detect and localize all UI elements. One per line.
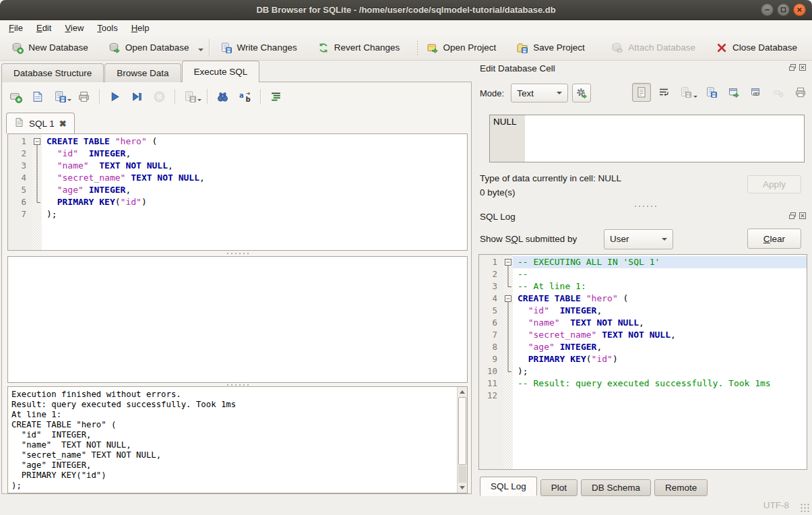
find-button[interactable]	[214, 88, 230, 104]
print-cell-button[interactable]	[791, 83, 810, 102]
code-line: 2--	[479, 268, 807, 280]
code-text: CREATE TABLE "hero" (	[42, 135, 467, 148]
find-replace-button[interactable]: ab	[237, 88, 253, 104]
menu-edit[interactable]: Edit	[30, 22, 58, 34]
code-line: 4CREATE TABLE "hero" (	[479, 293, 807, 305]
tab-database-structure[interactable]: Database Structure	[1, 63, 104, 82]
maximize-button[interactable]	[777, 3, 790, 16]
code-line: 6 PRIMARY KEY("id")	[8, 196, 467, 208]
code-line: 1-- EXECUTING ALL IN 'SQL 1'	[479, 256, 807, 268]
code-text: "age" INTEGER,	[42, 184, 467, 196]
text-mode-icon	[635, 86, 648, 98]
open-sql-file-button[interactable]	[30, 88, 46, 104]
close-tab-icon[interactable]: ✖	[59, 119, 67, 128]
close-button[interactable]	[793, 3, 806, 16]
line-number: 5	[479, 305, 503, 317]
line-number: 4	[479, 293, 503, 305]
fold-marker-icon[interactable]	[503, 256, 513, 268]
save-sql-file-button[interactable]	[52, 88, 68, 104]
code-line: 1CREATE TABLE "hero" (	[8, 135, 467, 148]
toolbar-separator	[99, 89, 100, 104]
export-cell-button[interactable]	[702, 83, 721, 102]
print-icon	[77, 90, 90, 103]
edit-cell-dock-header: Edit Database Cell	[480, 62, 807, 74]
minimize-button[interactable]	[761, 3, 774, 16]
fold-marker-icon[interactable]	[503, 293, 513, 305]
close-dock-icon[interactable]	[799, 63, 807, 73]
save-sql-file-icon	[54, 90, 67, 103]
main-tab-bar: Database StructureBrowse DataExecute SQL	[1, 61, 260, 82]
dock-tab-plot[interactable]: Plot	[540, 479, 577, 496]
open-external-button[interactable]	[724, 83, 743, 102]
word-wrap-button[interactable]	[654, 83, 673, 102]
menu-help[interactable]: Help	[125, 22, 156, 34]
statusbar: UTF-8	[0, 495, 812, 515]
execute-all-button[interactable]	[106, 88, 123, 104]
save-results-icon	[184, 90, 197, 103]
sql-editor[interactable]: 1CREATE TABLE "hero" (2 "id" INTEGER,3 "…	[7, 133, 468, 251]
close-database-button[interactable]: Close Database	[710, 39, 803, 57]
cell-editor[interactable]: NULL	[489, 115, 805, 162]
dropdown-caret-icon[interactable]	[198, 49, 204, 54]
scroll-up-icon[interactable]	[458, 388, 466, 396]
app-window: { "window": { "title": "DB Browser for S…	[0, 0, 812, 515]
code-line: 7 "secret_name" TEXT NOT NULL,	[479, 329, 807, 341]
tab-browse-data[interactable]: Browse Data	[104, 63, 181, 82]
save-project-button[interactable]: Save Project	[511, 39, 590, 57]
copy-link-button[interactable]	[747, 83, 766, 102]
sql-editor-tab[interactable]: SQL 1 ✖	[6, 113, 75, 133]
float-dock-icon[interactable]	[788, 63, 797, 73]
execute-line-button[interactable]	[129, 88, 145, 104]
results-scrollbar[interactable]	[457, 387, 467, 493]
toolbar-drag-handle	[2, 40, 3, 56]
write-changes-button[interactable]: Write Changes	[215, 39, 303, 57]
sql-log-title: SQL Log	[480, 212, 516, 222]
format-sql-button[interactable]	[268, 88, 284, 104]
save-project-icon	[516, 42, 528, 54]
new-database-button[interactable]: New Database	[6, 39, 94, 57]
close-dock-icon[interactable]	[799, 212, 807, 222]
code-text: -- Result: query executed successfully. …	[513, 377, 807, 390]
print-button[interactable]	[75, 88, 92, 104]
clear-button[interactable]: Clear	[747, 229, 801, 249]
scroll-down-icon[interactable]	[458, 483, 466, 492]
splitter-handle[interactable]	[226, 252, 249, 255]
menu-view[interactable]: View	[58, 22, 90, 34]
find-icon	[216, 90, 229, 103]
sql-log-editor[interactable]: 1-- EXECUTING ALL IN 'SQL 1'2--3-- At li…	[478, 254, 807, 470]
dock-tab-remote[interactable]: Remote	[654, 479, 708, 496]
revert-changes-button[interactable]: Revert Changes	[312, 39, 406, 57]
menu-file[interactable]: File	[2, 22, 30, 34]
submitter-select[interactable]: User	[604, 229, 673, 249]
window-title: DB Browser for SQLite - /home/user/code/…	[256, 5, 555, 15]
scrollbar-thumb[interactable]	[458, 397, 466, 465]
dock-splitter-handle[interactable]	[633, 205, 656, 208]
code-text: --	[513, 268, 807, 280]
sql-file-icon	[14, 117, 24, 129]
dropdown-caret-icon[interactable]	[67, 99, 71, 103]
open-database-button[interactable]: Open Database	[103, 39, 195, 57]
code-line: 5 "id" INTEGER,	[479, 305, 807, 317]
fold-margin	[32, 148, 42, 160]
dock-tab-db-schema[interactable]: DB Schema	[581, 479, 651, 496]
resize-grip[interactable]	[801, 504, 810, 513]
new-tab-button[interactable]	[7, 88, 24, 104]
new-database-icon	[11, 42, 24, 54]
mode-select[interactable]: Text	[511, 84, 568, 102]
code-line: 3-- At line 1:	[479, 280, 807, 293]
open-project-button[interactable]: Open Project	[421, 39, 502, 57]
tab-execute-sql[interactable]: Execute SQL	[182, 61, 260, 82]
line-number: 10	[479, 365, 503, 377]
print-cell-icon	[794, 86, 807, 98]
text-mode-button[interactable]	[632, 83, 651, 102]
fold-marker-icon[interactable]	[32, 135, 42, 148]
close-icon	[796, 6, 803, 13]
dock-tab-sql-log[interactable]: SQL Log	[480, 477, 537, 496]
code-text: "name" TEXT NOT NULL,	[42, 160, 467, 172]
dock-tab-bar: SQL LogPlotDB SchemaRemote	[480, 476, 708, 496]
attach-database-icon	[611, 42, 623, 54]
float-dock-icon[interactable]	[788, 212, 797, 222]
mode-settings-button[interactable]	[572, 84, 591, 102]
menu-tools[interactable]: Tools	[90, 22, 124, 34]
filter-label: Show SQL submitted by	[480, 234, 577, 244]
